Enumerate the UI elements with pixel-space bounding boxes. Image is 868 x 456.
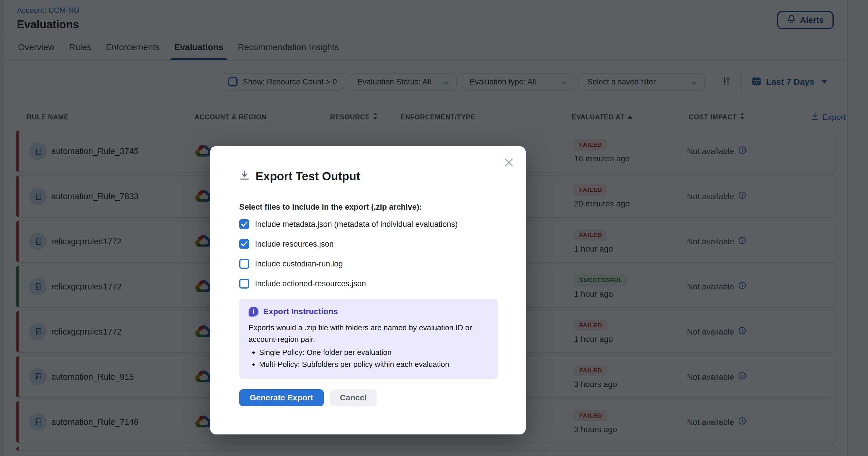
modal-title: Export Test Output [255,170,360,183]
export-options: Include metadata.json (metadata of indiv… [239,219,497,288]
option-metadata-json[interactable]: Include metadata.json (metadata of indiv… [239,219,497,229]
instructions-bullet: Multi-Policy: Subfolders per policy with… [259,359,489,371]
modal-divider [239,193,497,193]
download-icon [239,170,250,183]
option-actioned-resources-json[interactable]: Include actioned-resources.json [239,279,497,288]
generate-export-button[interactable]: Generate Export [239,389,324,406]
checkbox-unchecked-icon[interactable] [239,259,249,269]
evaluations-page: Account: CCM-NG Evaluations Alerts Overv… [0,0,868,456]
option-resources-json[interactable]: Include resources.json [239,239,497,249]
instructions-bullet: Single Policy: One folder per evaluation [259,346,489,359]
option-custodian-run-log[interactable]: Include custodian-run.log [239,259,497,269]
option-label: Include resources.json [255,240,334,249]
checkbox-checked-icon[interactable] [239,219,249,229]
info-bubble-icon: i [249,307,258,316]
checkbox-checked-icon[interactable] [239,239,249,249]
option-label: Include actioned-resources.json [255,279,366,288]
checkbox-unchecked-icon[interactable] [239,279,249,288]
instructions-body: Exports would a .zip file with folders a… [249,322,489,345]
export-instructions-box: i Export Instructions Exports would a .z… [239,299,498,379]
select-files-label: Select files to include in the export (.… [239,203,497,212]
option-label: Include custodian-run.log [255,260,343,269]
close-icon[interactable] [504,158,514,167]
instructions-title: Export Instructions [263,307,338,316]
cancel-button[interactable]: Cancel [330,389,377,406]
instructions-list: Single Policy: One folder per evaluation… [249,346,489,371]
export-modal: Export Test Output Select files to inclu… [210,146,526,434]
option-label: Include metadata.json (metadata of indiv… [255,220,458,229]
